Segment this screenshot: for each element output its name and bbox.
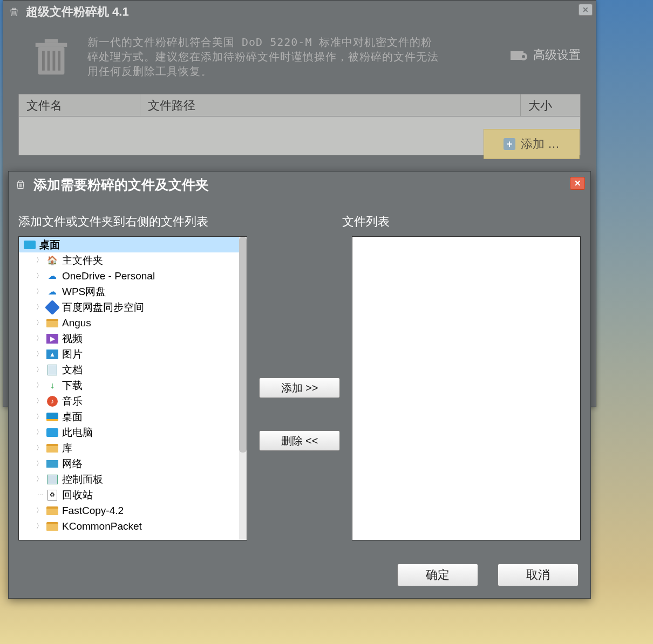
folder-icon xyxy=(46,520,59,532)
tree-item[interactable]: 〉▲图片 xyxy=(19,346,247,362)
dialog-title-text: 添加需要粉碎的文件及文件夹 xyxy=(33,176,209,194)
add-dialog: 添加需要粉碎的文件及文件夹 ✕ 添加文件或文件夹到右侧的文件列表 文件列表 桌面… xyxy=(8,171,591,599)
add-file-label: 添加 … xyxy=(521,136,560,152)
intro-row: 新一代的文件粉碎机符合美国 DoD 5220-M 标准中对机密文件的粉碎处理方式… xyxy=(3,23,596,88)
dialog-trash-icon xyxy=(15,179,26,190)
chevron-right-icon[interactable]: 〉 xyxy=(34,256,45,265)
cancel-button[interactable]: 取消 xyxy=(498,564,579,586)
chevron-right-icon[interactable]: 〉 xyxy=(34,459,45,468)
intro-text: 新一代的文件粉碎机符合美国 DoD 5220-M 标准中对机密文件的粉碎处理方式… xyxy=(87,35,444,79)
tree-item-label: 库 xyxy=(62,441,72,455)
video-icon: ▶ xyxy=(46,333,59,345)
app-trash-icon xyxy=(9,6,19,18)
tree-item[interactable]: 〉桌面 xyxy=(19,409,247,424)
dialog-close-button[interactable]: ✕ xyxy=(570,177,585,190)
selected-file-list[interactable] xyxy=(352,236,581,540)
home-icon: 🏠 xyxy=(46,255,59,266)
big-trash-icon xyxy=(30,35,72,77)
tree-item[interactable]: 〉此电脑 xyxy=(19,424,247,440)
tree-item[interactable]: ⋯♻回收站 xyxy=(19,487,247,503)
col-filepath[interactable]: 文件路径 xyxy=(140,94,521,116)
tree-item-label: Angus xyxy=(62,317,91,329)
cpl-icon xyxy=(46,474,59,485)
svg-rect-1 xyxy=(36,43,67,47)
tree-item-label: 此电脑 xyxy=(62,426,93,440)
tree-item[interactable]: 〉Angus xyxy=(19,315,247,331)
tree-item[interactable]: 桌面 xyxy=(19,237,247,252)
tree-item-label: 网络 xyxy=(62,457,83,471)
monitor-icon xyxy=(23,239,36,251)
cloud-icon: ☁ xyxy=(46,270,59,282)
tree-dots-icon: ⋯ xyxy=(34,491,45,498)
tree-item[interactable]: 〉库 xyxy=(19,440,247,456)
advanced-settings-label: 高级设置 xyxy=(533,47,581,63)
tree-item[interactable]: 〉🏠主文件夹 xyxy=(19,252,247,268)
network-icon xyxy=(46,458,59,470)
svg-rect-5 xyxy=(52,51,55,71)
folder-tree[interactable]: 桌面〉🏠主文件夹〉☁OneDrive - Personal〉☁WPS网盘〉百度网… xyxy=(18,236,247,540)
main-title-bar: 超级文件粉碎机 4.1 xyxy=(3,1,596,23)
add-to-list-button[interactable]: 添加 >> xyxy=(259,378,340,398)
chevron-right-icon[interactable]: 〉 xyxy=(34,412,45,421)
ok-button[interactable]: 确定 xyxy=(397,564,478,586)
tree-item[interactable]: 〉↓下载 xyxy=(19,378,247,393)
chevron-right-icon[interactable]: 〉 xyxy=(34,334,45,343)
svg-point-9 xyxy=(522,55,525,58)
remove-from-list-button[interactable]: 删除 << xyxy=(259,430,340,451)
chevron-right-icon[interactable]: 〉 xyxy=(34,522,45,531)
tree-item[interactable]: 〉☁WPS网盘 xyxy=(19,284,247,299)
col-filename[interactable]: 文件名 xyxy=(19,94,140,116)
chevron-right-icon[interactable]: 〉 xyxy=(34,381,45,390)
tree-item[interactable]: 〉KCommonPacket xyxy=(19,518,247,534)
chevron-right-icon[interactable]: 〉 xyxy=(34,506,45,515)
tree-scrollbar-track[interactable] xyxy=(239,237,247,540)
tree-item-label: KCommonPacket xyxy=(62,520,142,532)
baidu-icon xyxy=(46,302,59,313)
right-panel-label: 文件列表 xyxy=(342,214,390,230)
chevron-right-icon[interactable]: 〉 xyxy=(34,443,45,453)
folder-icon xyxy=(46,442,59,454)
chevron-right-icon[interactable]: 〉 xyxy=(34,271,45,280)
tree-item[interactable]: 〉☁OneDrive - Personal xyxy=(19,268,247,284)
svg-rect-4 xyxy=(47,51,50,71)
chevron-right-icon[interactable]: 〉 xyxy=(34,287,45,296)
main-close-button[interactable]: ✕ xyxy=(579,4,593,16)
col-filesize[interactable]: 大小 xyxy=(521,94,580,116)
advanced-settings-link[interactable]: 高级设置 xyxy=(511,47,581,63)
tree-item-label: 视频 xyxy=(62,332,83,346)
music-icon: ♪ xyxy=(46,395,59,407)
chevron-right-icon[interactable]: 〉 xyxy=(34,303,45,312)
gear-icon xyxy=(511,49,528,61)
left-panel-label: 添加文件或文件夹到右侧的文件列表 xyxy=(18,214,342,230)
tree-item[interactable]: 〉控制面板 xyxy=(19,471,247,487)
chevron-right-icon[interactable]: 〉 xyxy=(34,396,45,406)
image-icon: ▲ xyxy=(46,348,59,360)
tree-item[interactable]: 〉▶视频 xyxy=(19,331,247,346)
tree-item[interactable]: 〉文档 xyxy=(19,362,247,378)
tree-item-label: FastCopy-4.2 xyxy=(62,505,124,517)
tree-scrollbar-thumb[interactable] xyxy=(239,237,247,453)
main-title-text: 超级文件粉碎机 4.1 xyxy=(26,4,129,20)
svg-rect-6 xyxy=(58,51,60,71)
chevron-right-icon[interactable]: 〉 xyxy=(34,350,45,359)
tree-item[interactable]: 〉FastCopy-4.2 xyxy=(19,503,247,518)
add-file-button[interactable]: + 添加 … xyxy=(484,129,580,159)
chevron-right-icon[interactable]: 〉 xyxy=(34,428,45,437)
tree-item-label: 图片 xyxy=(62,347,83,361)
tree-item[interactable]: 〉♪音乐 xyxy=(19,393,247,409)
doc-icon xyxy=(46,364,59,376)
chevron-right-icon[interactable]: 〉 xyxy=(34,318,45,327)
svg-rect-3 xyxy=(42,51,45,71)
column-headers: 文件名 文件路径 大小 xyxy=(18,94,581,117)
chevron-right-icon[interactable]: 〉 xyxy=(34,365,45,374)
cloud2-icon: ☁ xyxy=(46,286,59,298)
plus-icon: + xyxy=(504,138,515,150)
tree-item[interactable]: 〉网络 xyxy=(19,456,247,471)
chevron-right-icon[interactable]: 〉 xyxy=(34,475,45,484)
folder-icon xyxy=(46,505,59,517)
tree-item-label: 百度网盘同步空间 xyxy=(62,300,144,314)
recycle-icon: ♻ xyxy=(46,489,59,501)
desktop-icon xyxy=(46,411,59,423)
svg-rect-2 xyxy=(45,39,58,43)
tree-item[interactable]: 〉百度网盘同步空间 xyxy=(19,299,247,315)
